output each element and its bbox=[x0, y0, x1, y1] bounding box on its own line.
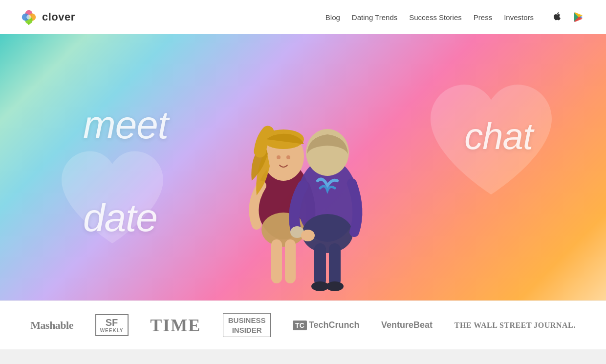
logo[interactable]: clover bbox=[20, 8, 75, 26]
svg-point-13 bbox=[286, 155, 290, 159]
tc-badge: TC bbox=[293, 321, 307, 330]
insider-text: INSIDER bbox=[228, 325, 266, 335]
svg-rect-5 bbox=[28, 22, 30, 25]
logo-text: clover bbox=[42, 11, 75, 23]
couple-svg bbox=[186, 34, 420, 300]
hero-word-date: date bbox=[83, 195, 157, 240]
apple-store-button[interactable] bbox=[549, 9, 565, 25]
svg-rect-19 bbox=[329, 243, 341, 286]
business-text: BUSINESS bbox=[228, 316, 266, 325]
nav-press[interactable]: Press bbox=[474, 13, 492, 21]
hero-word-meet: meet bbox=[83, 103, 168, 148]
techcrunch-container: TC TechCrunch bbox=[293, 320, 359, 330]
hero-section: meet chat date bbox=[0, 34, 606, 300]
logo-business-insider: BUSINESS INSIDER bbox=[223, 313, 271, 337]
svg-rect-8 bbox=[271, 239, 282, 283]
media-logos-bar: Mashable SF WEEKLY TIME BUSINESS INSIDER… bbox=[0, 300, 606, 349]
logo-wsj: THE WALL STREET JOURNAL. bbox=[454, 321, 576, 330]
apple-icon bbox=[552, 11, 563, 23]
logo-techcrunch: TC TechCrunch bbox=[293, 320, 359, 330]
logo-venturebeat: VentureBeat bbox=[381, 320, 433, 330]
nav-blog[interactable]: Blog bbox=[325, 13, 340, 21]
venturebeat-text: VentureBeat bbox=[381, 320, 433, 330]
nav-success-stories[interactable]: Success Stories bbox=[409, 13, 462, 21]
play-store-icon bbox=[573, 11, 584, 23]
wsj-text: THE WALL STREET JOURNAL. bbox=[454, 321, 576, 330]
site-header: clover Blog Dating Trends Success Storie… bbox=[0, 0, 606, 34]
main-nav: Blog Dating Trends Success Stories Press… bbox=[325, 9, 586, 25]
google-play-button[interactable] bbox=[571, 9, 586, 25]
sf-weekly-box: SF WEEKLY bbox=[95, 314, 129, 336]
logo-time: TIME bbox=[150, 315, 201, 336]
logo-mashable: Mashable bbox=[30, 319, 73, 332]
nav-dating-trends[interactable]: Dating Trends bbox=[352, 13, 397, 21]
hero-couple-image bbox=[186, 34, 420, 300]
business-insider-box: BUSINESS INSIDER bbox=[223, 313, 271, 337]
svg-point-4 bbox=[26, 15, 31, 20]
logo-sf-weekly: SF WEEKLY bbox=[95, 314, 129, 336]
sf-text: SF bbox=[100, 317, 124, 328]
svg-point-24 bbox=[301, 230, 315, 241]
svg-point-21 bbox=[326, 281, 344, 291]
svg-rect-18 bbox=[314, 243, 326, 286]
nav-investors[interactable]: Investors bbox=[504, 13, 534, 21]
svg-rect-9 bbox=[285, 239, 296, 283]
techcrunch-text: TechCrunch bbox=[309, 320, 360, 330]
weekly-text: WEEKLY bbox=[100, 328, 124, 333]
mashable-text: Mashable bbox=[30, 319, 73, 332]
svg-point-12 bbox=[277, 155, 281, 159]
time-text: TIME bbox=[150, 315, 201, 336]
app-download-icons bbox=[549, 9, 586, 25]
logo-icon bbox=[20, 8, 38, 26]
hero-word-chat: chat bbox=[464, 115, 533, 157]
